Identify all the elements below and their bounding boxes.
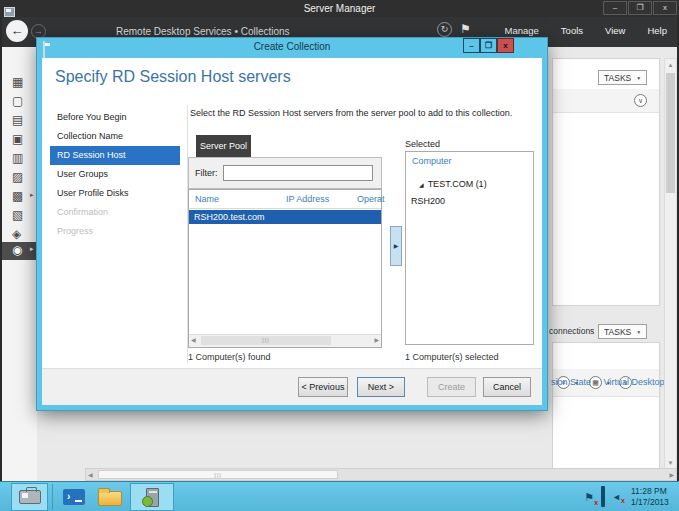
muted-badge: x (621, 497, 625, 504)
sidebar-item-all-servers[interactable]: ▤ (2, 112, 37, 129)
file-explorer-taskbar-button[interactable] (94, 483, 126, 511)
instruction-text: Select the RD Session Host servers from … (190, 108, 512, 118)
filter-label: Filter: (195, 168, 218, 178)
step-user-profile-disks[interactable]: User Profile Disks (50, 184, 180, 203)
table-row[interactable]: RSH200.test.com (189, 210, 381, 224)
sidebar-item-dns[interactable]: ▨ (2, 169, 37, 186)
next-button[interactable]: Next > (357, 377, 405, 397)
window-controls: – ❐ x (603, 1, 677, 15)
breadcrumb[interactable]: Remote Desktop Services • Collections (116, 26, 290, 37)
menu-tools[interactable]: Tools (561, 25, 583, 36)
previous-button[interactable]: < Previous (298, 377, 348, 397)
refresh-icon[interactable]: ↻ (437, 22, 452, 37)
column-session-state[interactable]: sion State (551, 377, 591, 387)
forward-button[interactable]: → (31, 24, 46, 39)
sidebar-item-remote-access[interactable]: ◈ (2, 226, 37, 243)
step-user-groups[interactable]: User Groups (50, 165, 180, 184)
scroll-right-icon[interactable]: ▶ (669, 469, 674, 481)
scroll-left-icon[interactable]: ◀ (191, 336, 196, 343)
error-badge: x (594, 499, 598, 506)
file-storage-icon: ▩ (12, 188, 23, 204)
add-server-button[interactable]: ▶ (390, 226, 402, 266)
sidebar-item-iis[interactable]: ▧ (2, 207, 37, 224)
sidebar-item-ad-ds[interactable]: ▣ (2, 131, 37, 148)
chevron-down-icon: ▼ (636, 329, 641, 335)
column-computer[interactable]: Computer (412, 156, 452, 166)
cancel-button[interactable]: Cancel (483, 377, 531, 397)
taskbar-clock[interactable]: 11:28 PM 1/17/2013 (631, 486, 675, 508)
tasks-button-bottom[interactable]: TASKS ▼ (598, 324, 647, 339)
server-pool-table: Name IP Address Operat RSH200.test.com ◀… (188, 189, 382, 348)
chevron-down-icon: ▼ (636, 75, 641, 81)
maximize-button[interactable]: ❐ (628, 1, 652, 15)
computers-found-status: 1 Computer(s) found (188, 352, 271, 362)
tasks-button-top[interactable]: TASKS ▼ (598, 70, 647, 85)
tree-group-label: TEST.COM (1) (428, 179, 487, 189)
dns-icon: ▨ (12, 169, 23, 185)
step-confirmation: Confirmation (50, 203, 180, 222)
scrollbar-thumb[interactable] (666, 73, 675, 193)
sidebar-item-remote-desktop-services[interactable]: ◉ ▸ (2, 242, 37, 260)
sidebar-item-dhcp[interactable]: ▥ (2, 150, 37, 167)
dhcp-icon: ▥ (12, 150, 23, 166)
menu-manage[interactable]: Manage (505, 25, 539, 36)
taskbar: › ⚑ x ◄ x 11:28 PM 1/17/2013 (0, 481, 679, 511)
column-operation[interactable]: Operat (357, 194, 385, 204)
dialog-close-button[interactable]: x (497, 38, 514, 53)
iis-icon: ▧ (12, 207, 23, 223)
active-window-taskbar-button[interactable] (130, 483, 174, 511)
scroll-left-icon[interactable]: ◀ (88, 469, 93, 481)
column-virtual-desktop[interactable]: Virtual Desktop (604, 377, 665, 387)
server-manager-app-icon (146, 488, 159, 507)
filter-panel: Filter: (188, 157, 382, 189)
tab-server-pool[interactable]: Server Pool (196, 135, 251, 157)
top-panel: ∨ (552, 58, 660, 306)
selected-label: Selected (405, 139, 440, 149)
close-button[interactable]: x (653, 1, 677, 15)
window-title: Server Manager (0, 3, 679, 14)
action-center-flag-icon[interactable]: ⚑ x (584, 491, 594, 504)
list-item[interactable]: RSH200 (411, 196, 445, 206)
tree-expanded-icon[interactable]: ◢ (419, 182, 424, 188)
network-icon[interactable] (601, 488, 605, 506)
notification-flag-icon[interactable]: ⚑ (460, 22, 471, 36)
menu-help[interactable]: Help (647, 25, 667, 36)
local-server-icon: ▢ (12, 93, 23, 109)
vertical-scrollbar[interactable]: ▲ ▼ (664, 58, 677, 470)
step-rd-session-host[interactable]: RD Session Host (50, 146, 180, 165)
column-ip-address[interactable]: IP Address (286, 194, 329, 204)
column-name[interactable]: Name (195, 194, 219, 204)
scroll-right-icon[interactable]: ▶ (374, 336, 379, 343)
step-before-you-begin[interactable]: Before You Begin (50, 108, 180, 127)
tree-group[interactable]: ◢TEST.COM (1) (419, 179, 487, 189)
horizontal-scrollbar[interactable]: ◀ ||| ▶ (85, 468, 677, 481)
sidebar-item-file-and-storage-services[interactable]: ▩ ▸ (2, 188, 37, 205)
back-button[interactable]: ← (6, 20, 28, 42)
menu-view[interactable]: View (605, 25, 625, 36)
computers-selected-status: 1 Computer(s) selected (405, 352, 499, 362)
table-header-row: Name IP Address Operat (189, 190, 381, 209)
sidebar-item-local-server[interactable]: ▢ (2, 93, 37, 110)
scrollbar-thumb[interactable]: ||| (201, 336, 331, 345)
connections-label: connections... (549, 326, 595, 336)
table-horizontal-scrollbar[interactable]: ◀ ||| ▶ (189, 334, 381, 347)
filter-input[interactable] (223, 165, 373, 181)
file-explorer-icon (98, 491, 122, 506)
create-collection-dialog: Create Collection – ❐ x Specify RD Sessi… (37, 38, 547, 410)
step-collection-name[interactable]: Collection Name (50, 127, 180, 146)
system-tray: ⚑ x ◄ x 11:28 PM 1/17/2013 (584, 482, 675, 511)
chevron-right-icon: ▸ (30, 191, 34, 199)
scroll-up-icon[interactable]: ▲ (665, 59, 676, 71)
server-manager-taskbar-button[interactable] (11, 483, 48, 511)
ad-ds-icon: ▣ (12, 131, 23, 147)
collapse-panel-button[interactable]: ∨ (634, 94, 647, 107)
scrollbar-thumb[interactable]: ||| (98, 470, 338, 479)
sidebar-item-dashboard[interactable]: ▦ (2, 74, 37, 91)
dialog-minimize-button[interactable]: – (463, 38, 480, 53)
powershell-taskbar-button[interactable]: › (58, 483, 90, 511)
minimize-button[interactable]: – (603, 1, 627, 15)
server-manager-icon (19, 490, 41, 504)
dialog-maximize-button[interactable]: ❐ (480, 38, 497, 53)
volume-icon[interactable]: ◄ x (612, 492, 621, 502)
dialog-titlebar[interactable]: Create Collection – ❐ x (37, 38, 547, 58)
